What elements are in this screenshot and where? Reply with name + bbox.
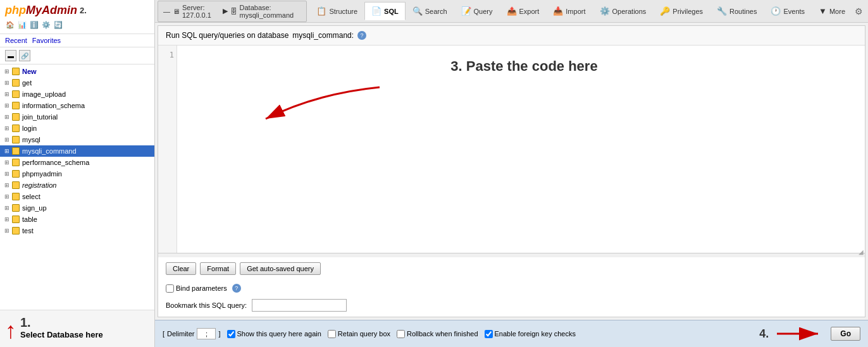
link-btn[interactable]: 🔗 — [19, 50, 30, 61]
tab-more[interactable]: ▼ More — [812, 2, 852, 20]
tree-item-label: New — [22, 68, 37, 75]
format-button[interactable]: Format — [200, 262, 236, 275]
tab-more-label: More — [829, 8, 845, 15]
expand-icon: ⊞ — [3, 113, 11, 121]
expand-icon: ⊞ — [3, 78, 11, 87]
expand-icon: ⊞ — [3, 226, 11, 235]
tab-sql[interactable]: 📄 SQL — [364, 2, 406, 20]
tab-events[interactable]: 🕐 Events — [764, 2, 812, 20]
tab-sql-label: SQL — [384, 8, 399, 15]
help-icon[interactable]: ? — [357, 31, 366, 40]
logo: phpMyAdmin 2. — [5, 4, 149, 17]
gear-icon[interactable]: ⚙ — [852, 4, 865, 19]
tab-privileges[interactable]: 🔑 Privileges — [653, 2, 710, 20]
foreign-key-checkbox[interactable] — [485, 330, 493, 338]
bookmark-label: Bookmark this SQL query: — [166, 301, 247, 309]
import-icon: 📥 — [553, 6, 563, 16]
collapse-btn[interactable]: ▬ — [5, 50, 16, 61]
foreign-key-text: Enable foreign key checks — [495, 330, 576, 338]
tree-item-registration[interactable]: ⊞registration — [0, 180, 154, 191]
refresh-icon[interactable]: 🔄 — [53, 20, 63, 30]
go-button[interactable]: Go — [831, 327, 860, 341]
favorites-link[interactable]: Favorites — [32, 37, 61, 44]
delimiter-section: [ Delimiter ] — [163, 328, 221, 339]
tree-item-information_schema[interactable]: ⊞information_schema — [0, 100, 154, 111]
step-1-label: 1. — [20, 315, 103, 330]
tree-item-mysql[interactable]: ⊞mysql — [0, 134, 154, 145]
auto-saved-button[interactable]: Get auto-saved query — [240, 262, 321, 275]
foreign-key-label[interactable]: Enable foreign key checks — [485, 330, 576, 338]
table-icon[interactable]: 📊 — [17, 20, 27, 30]
tree-item-performance_schema[interactable]: ⊞performance_schema — [0, 157, 154, 168]
db-icon — [11, 158, 20, 167]
step-badge-2: 2. — [80, 6, 87, 15]
logo-myadmin: MyAdmin — [26, 4, 77, 17]
db-icon — [11, 169, 20, 178]
tree-item-table[interactable]: ⊞table — [0, 214, 154, 225]
more-icon: ▼ — [819, 6, 827, 16]
recent-link[interactable]: Recent — [5, 37, 27, 44]
home-icon[interactable]: 🏠 — [5, 20, 15, 30]
tree-item-New[interactable]: ⊞New — [0, 66, 154, 77]
retain-query-checkbox[interactable] — [328, 330, 336, 338]
tab-import[interactable]: 📥 Import — [546, 2, 592, 20]
bind-params-help-icon[interactable]: ? — [232, 284, 241, 293]
tab-structure-label: Structure — [329, 8, 357, 15]
bind-params-label[interactable]: Bind parameters — [166, 284, 227, 293]
sidebar-links: Recent Favorites — [0, 34, 154, 47]
tree-item-label: join_tutorial — [22, 113, 58, 121]
db-icon — [11, 181, 20, 190]
delimiter-bracket-open: [ — [163, 330, 164, 338]
tab-search[interactable]: 🔍 Search — [406, 2, 454, 20]
sql-input[interactable] — [177, 46, 865, 257]
tab-routines[interactable]: 🔧 Routines — [710, 2, 764, 20]
show-query-text: Show this query here again — [237, 330, 321, 338]
settings-icon[interactable]: ⚙️ — [41, 20, 51, 30]
tree-item-join_tutorial[interactable]: ⊞join_tutorial — [0, 111, 154, 123]
db-icon — [11, 192, 20, 201]
bind-params-checkbox[interactable] — [166, 284, 174, 293]
tab-operations[interactable]: ⚙️ Operations — [593, 2, 654, 20]
sql-icon: 📄 — [371, 6, 381, 16]
minimize-icon[interactable]: — — [163, 8, 170, 15]
export-icon: 📤 — [507, 6, 517, 16]
server-icon: 🖥 — [173, 8, 180, 15]
editor-resize-handle[interactable] — [158, 253, 865, 257]
delimiter-input[interactable] — [197, 328, 216, 339]
events-icon: 🕐 — [771, 6, 781, 16]
expand-icon: ⊞ — [3, 135, 11, 144]
tree-item-mysqli_command[interactable]: ⊞mysqli_command — [0, 145, 154, 157]
footer-instruction: Select Database here — [20, 330, 103, 342]
show-query-checkbox[interactable] — [227, 330, 235, 338]
sidebar-toolbar: ▬ 🔗 — [0, 47, 154, 64]
tab-structure[interactable]: 📋 Structure — [309, 2, 364, 20]
delimiter-label: Delimiter — [167, 330, 194, 338]
expand-icon: ⊞ — [3, 181, 11, 190]
clear-button[interactable]: Clear — [166, 262, 196, 275]
retain-query-label[interactable]: Retain query box — [328, 330, 390, 338]
db-icon — [11, 90, 20, 99]
show-query-label[interactable]: Show this query here again — [227, 330, 321, 338]
sql-panel-header: Run SQL query/queries on database mysqli… — [158, 26, 865, 46]
tree-item-login[interactable]: ⊞login — [0, 123, 154, 134]
tree-item-sign_up[interactable]: ⊞sign_up — [0, 202, 154, 214]
tree-item-label: performance_schema — [22, 159, 89, 166]
tree-item-select[interactable]: ⊞select — [0, 191, 154, 202]
db-icon — [11, 67, 20, 76]
tree-item-phpmyadmin[interactable]: ⊞phpmyadmin — [0, 168, 154, 180]
tree-item-test[interactable]: ⊞test — [0, 225, 154, 236]
tab-query[interactable]: 📝 Query — [454, 2, 500, 20]
tab-search-label: Search — [425, 8, 447, 15]
sidebar-tree: ⊞New⊞get⊞image_upload⊞information_schema… — [0, 64, 154, 310]
structure-icon: 📋 — [316, 6, 326, 16]
rollback-checkbox[interactable] — [397, 330, 405, 338]
tab-export[interactable]: 📤 Export — [500, 2, 547, 20]
tree-item-get[interactable]: ⊞get — [0, 77, 154, 88]
bookmark-input[interactable] — [252, 299, 347, 312]
tree-item-label: phpmyadmin — [22, 170, 62, 178]
search-icon: 🔍 — [412, 6, 423, 16]
rollback-label[interactable]: Rollback when finished — [397, 330, 478, 338]
step-4-label: 4. — [759, 327, 769, 341]
tree-item-image_upload[interactable]: ⊞image_upload — [0, 88, 154, 100]
info-icon[interactable]: ℹ️ — [29, 20, 39, 30]
